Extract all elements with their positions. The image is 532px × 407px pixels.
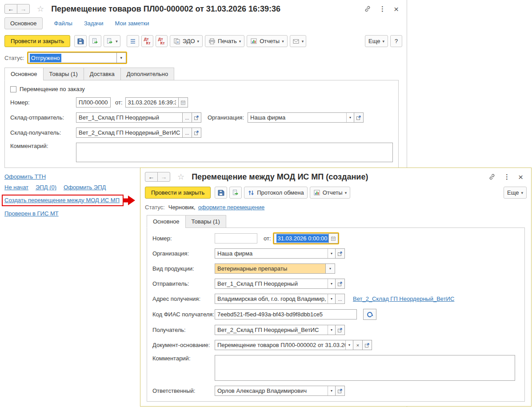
reports-dropdown-button[interactable]: Отчеты▾ — [310, 187, 350, 199]
dt-kt-secondary-button[interactable]: ДтКт — [156, 35, 168, 47]
save-button[interactable] — [74, 35, 87, 47]
tab-main[interactable]: Основное — [147, 215, 186, 228]
caret-down-icon[interactable]: ▾ — [328, 279, 335, 288]
product-kind-dropdown-button[interactable]: ▾ — [325, 263, 335, 274]
window-menu-icon[interactable]: ⋮ — [379, 5, 386, 13]
status-value-field[interactable]: Отгружено — [28, 52, 117, 63]
get-link-icon[interactable] — [488, 173, 496, 180]
base-document-clear-button[interactable]: × — [353, 340, 363, 350]
link-make-transfer[interactable]: оформите перемещение — [198, 204, 265, 211]
number-input[interactable] — [76, 97, 111, 108]
register-records-button[interactable] — [127, 35, 139, 47]
link-not-started[interactable]: Не начат — [4, 184, 28, 191]
link-receiver-warehouse[interactable]: Вет_2_Склад ГП Неордерный_ВетИС — [353, 295, 454, 302]
status-combobox[interactable]: Отгружено ▾ — [28, 52, 126, 63]
link-make-ttn[interactable]: Оформить ТТН — [4, 173, 46, 180]
date-input[interactable]: 31.03.2026 0:00:00 — [274, 233, 329, 243]
fill-fias-button[interactable] — [363, 309, 376, 320]
nav-item-files[interactable]: Файлы — [54, 20, 72, 27]
create-based-on-dropdown-button[interactable]: ▾ — [104, 35, 120, 47]
post-and-close-button[interactable]: Провести и закрыть — [145, 187, 211, 199]
history-nav-group: ← → — [145, 172, 170, 182]
status-dropdown-icon[interactable]: ▾ — [117, 52, 126, 63]
tab-additional[interactable]: Дополнительно — [120, 68, 175, 80]
more-actions-button[interactable]: Еще▾ — [365, 35, 388, 47]
close-icon[interactable]: × — [394, 5, 399, 13]
post-button[interactable] — [89, 35, 101, 47]
send-dropdown-button[interactable]: ▾ — [290, 35, 307, 47]
address-select-button[interactable]: ... — [335, 294, 345, 304]
receiver-field[interactable]: Вет_2_Склад ГП Неордерный_ВетИС ▾ — [215, 325, 336, 335]
sender-open-button[interactable] — [192, 112, 201, 123]
modal-titlebar: ← → ☆ Перемещение между МОД ИС МП (созда… — [140, 168, 531, 184]
more-actions-button[interactable]: Еще▾ — [504, 187, 527, 199]
caret-down-icon[interactable]: ▾ — [345, 340, 353, 350]
date-input[interactable] — [125, 97, 179, 108]
save-button[interactable] — [215, 187, 227, 199]
forward-button[interactable]: → — [157, 172, 170, 182]
product-kind-field[interactable]: Ветеринарные препараты — [215, 263, 326, 274]
sender-select-button[interactable]: ... — [182, 112, 192, 123]
base-document-field[interactable]: Перемещение товаров ПЛ00-000002 от 31.03… — [215, 340, 353, 350]
dt-kt-postings-button[interactable]: ДтКт — [141, 35, 153, 47]
window-menu-icon[interactable]: ⋮ — [504, 173, 510, 181]
back-button[interactable]: ← — [145, 172, 158, 182]
caret-down-icon[interactable]: ▾ — [328, 386, 335, 395]
favorites-star-icon[interactable]: ☆ — [177, 173, 184, 181]
edo-dropdown-button[interactable]: ЭДО▾ — [170, 35, 203, 47]
caret-down-icon[interactable]: ▾ — [328, 325, 335, 335]
link-epd-count[interactable]: ЭПД (0) — [36, 184, 56, 191]
number-input[interactable] — [215, 233, 257, 243]
comment-row: Комментарий: — [152, 355, 519, 381]
date-field-focused[interactable]: 31.03.2026 0:00:00 — [274, 233, 338, 243]
base-document-open-button[interactable] — [362, 340, 372, 350]
comment-textarea[interactable] — [215, 355, 515, 381]
sender-field[interactable]: Вет_1_Склад ГП Неордерный ▾ — [215, 279, 336, 289]
comment-textarea[interactable] — [76, 143, 393, 162]
responsible-row: Ответственный: Орлов Александр Владимиро… — [152, 386, 519, 396]
sender-warehouse-field[interactable]: Вет_1_Склад ГП Неордерный — [76, 112, 183, 123]
sender-open-button[interactable] — [335, 279, 345, 289]
receiver-open-button[interactable] — [335, 325, 345, 335]
nav-item-notes[interactable]: Мои заметки — [115, 20, 149, 27]
print-dropdown-button[interactable]: Печать▾ — [205, 35, 244, 47]
reports-dropdown-button[interactable]: Отчеты▾ — [247, 35, 287, 47]
help-button[interactable]: ? — [390, 35, 402, 47]
receiver-select-button[interactable]: ... — [182, 128, 192, 138]
tab-main[interactable]: Основное — [4, 68, 44, 80]
calendar-button[interactable] — [328, 233, 338, 243]
link-create-mod-transfer[interactable]: Создать перемещение между МОД ИС МП — [4, 197, 120, 204]
caret-down-icon[interactable]: ▾ — [346, 113, 354, 122]
receiver-open-button[interactable] — [192, 128, 201, 138]
by-order-checkbox[interactable] — [10, 86, 16, 92]
back-button[interactable]: ← — [4, 4, 17, 14]
tab-goods[interactable]: Товары (1) — [185, 215, 226, 228]
caret-down-icon: ▾ — [345, 191, 347, 195]
organization-open-button[interactable] — [354, 112, 364, 123]
link-gis-mt[interactable]: Проверен в ГИС МТ — [4, 210, 59, 217]
nav-item-main[interactable]: Основное — [4, 17, 43, 29]
post-and-close-button[interactable]: Провести и закрыть — [4, 35, 70, 47]
organization-field[interactable]: Наша фирма ▾ — [248, 112, 354, 123]
caret-down-icon[interactable]: ▾ — [328, 249, 335, 258]
calendar-button[interactable] — [178, 97, 188, 108]
tab-delivery[interactable]: Доставка — [84, 68, 121, 80]
post-button[interactable] — [229, 187, 242, 199]
responsible-open-button[interactable] — [335, 386, 345, 396]
fias-code-input[interactable] — [215, 309, 357, 319]
close-icon[interactable]: × — [518, 173, 523, 181]
link-make-epd[interactable]: Оформить ЭПД — [64, 184, 106, 191]
forward-button[interactable]: → — [17, 4, 30, 14]
address-field[interactable]: Владимирская обл, г.о. город Владимир, д… — [215, 294, 336, 304]
exchange-protocol-button[interactable]: Протокол обмена — [244, 187, 308, 199]
organization-field[interactable]: Наша фирма ▾ — [215, 248, 336, 259]
organization-open-button[interactable] — [335, 248, 345, 259]
get-link-icon[interactable] — [364, 5, 371, 12]
status-label: Статус: — [145, 204, 165, 211]
favorites-star-icon[interactable]: ☆ — [37, 5, 44, 13]
tab-goods[interactable]: Товары (1) — [43, 68, 84, 80]
caret-down-icon[interactable]: ▾ — [328, 294, 335, 303]
receiver-warehouse-field[interactable]: Вет_2_Склад ГП Неордерный_ВетИС — [76, 128, 183, 138]
responsible-field[interactable]: Орлов Александр Владимирович ▾ — [215, 386, 336, 396]
nav-item-tasks[interactable]: Задачи — [84, 20, 104, 27]
